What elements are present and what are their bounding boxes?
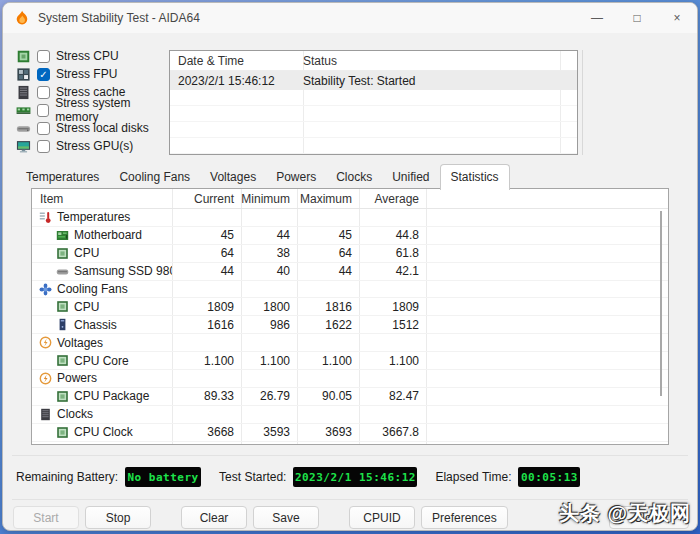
stat-item-row[interactable]: CPU Clock3668359336933667.8 [32, 424, 668, 442]
cache-icon [16, 85, 31, 100]
stat-item-cell: Motherboard [32, 228, 172, 242]
minimize-button[interactable]: — [577, 3, 617, 33]
log-datetime-cell: 2023/2/1 15:46:12 [170, 74, 303, 88]
stat-item-cell: CPU [32, 300, 172, 314]
checkbox-unchecked[interactable] [37, 50, 50, 63]
tab-unified[interactable]: Unified [382, 166, 439, 189]
tab-clocks[interactable]: Clocks [326, 166, 382, 189]
tab-powers[interactable]: Powers [266, 166, 326, 189]
log-row[interactable]: 2023/2/1 15:46:12Stability Test: Started [170, 71, 577, 90]
stress-option-row[interactable]: Stress CPU [16, 47, 168, 65]
stress-option-row[interactable]: Stress local disks [16, 119, 168, 137]
stress-option-label: Stress FPU [56, 67, 117, 81]
checkbox-checked[interactable]: ✓ [37, 68, 50, 81]
tab-temperatures[interactable]: Temperatures [16, 166, 109, 189]
temperature-icon [39, 211, 52, 224]
stat-column-header: Average [359, 192, 426, 206]
chassis-icon [56, 318, 69, 331]
status-lcd-value: 2023/2/1 15:46:12 [293, 467, 417, 487]
stat-item-cell: Voltages [32, 336, 172, 350]
stat-header-row: ItemCurrentMinimumMaximumAverage [32, 189, 668, 209]
stat-item-row[interactable]: CPU Core1.1001.1001.1001.100 [32, 352, 668, 370]
stat-item-cell: CPU Package [32, 389, 172, 403]
status-bar: Remaining Battery:No batteryTest Started… [16, 467, 687, 487]
checkbox-unchecked[interactable] [37, 104, 49, 117]
title-bar: System Stability Test - AIDA64 — □ × [3, 3, 697, 33]
log-column-header: Date & Time [170, 54, 303, 68]
stat-minimum-value: 40 [241, 264, 297, 278]
preferences-button[interactable]: Preferences [421, 506, 508, 529]
stat-group-row[interactable]: Cooling Fans [32, 281, 668, 299]
stat-minimum-value: 3593 [241, 425, 297, 439]
stat-maximum-value: 1.100 [297, 354, 359, 368]
stat-item-label: CPU Package [74, 389, 149, 403]
stat-item-row[interactable]: CPU1809180018161809 [32, 298, 668, 316]
status-lcd-value: 00:05:13 [518, 467, 580, 487]
stat-group-row[interactable]: Temperatures [32, 209, 668, 227]
stat-item-row[interactable]: CPU Package89.3326.7990.0582.47 [32, 388, 668, 406]
stat-average-value: 44.8 [359, 228, 426, 242]
status-group: Remaining Battery:No battery [16, 467, 201, 487]
stress-option-row[interactable]: Stress GPU(s) [16, 137, 168, 155]
stat-maximum-value: 90.05 [297, 389, 359, 403]
tab-statistics[interactable]: Statistics [440, 164, 510, 190]
clear-button[interactable]: Clear [181, 506, 247, 529]
log-right-separator [582, 50, 583, 155]
save-button[interactable]: Save [253, 506, 319, 529]
stress-option-label: Stress system memory [55, 96, 168, 124]
log-empty-row [170, 138, 577, 154]
flame-app-icon [14, 10, 30, 26]
log-rows: 2023/2/1 15:46:12Stability Test: Started [170, 71, 577, 154]
chip-icon [56, 390, 69, 403]
maximize-button[interactable]: □ [617, 3, 657, 33]
stat-group-row[interactable]: Voltages [32, 334, 668, 352]
window-title: System Stability Test - AIDA64 [38, 11, 200, 25]
chip-icon [56, 247, 69, 260]
stat-average-value: 82.47 [359, 389, 426, 403]
stat-minimum-value: 1800 [241, 300, 297, 314]
window-controls: — □ × [577, 3, 697, 33]
checkbox-unchecked[interactable] [37, 140, 50, 153]
tab-voltages[interactable]: Voltages [200, 166, 266, 189]
stat-item-row[interactable]: Chassis161698616221512 [32, 316, 668, 334]
stat-item-label: CPU [74, 246, 99, 260]
fan-icon [39, 283, 52, 296]
checkbox-unchecked[interactable] [37, 86, 50, 99]
stat-item-cell: Cooling Fans [32, 282, 172, 296]
stat-item-cell: Chassis [32, 318, 172, 332]
ssd-icon [56, 265, 69, 278]
stat-maximum-value: 3693 [297, 425, 359, 439]
cpuid-button[interactable]: CPUID [349, 506, 415, 529]
stat-average-value: 42.1 [359, 264, 426, 278]
stat-item-cell: Clocks [32, 407, 172, 421]
stat-item-label: Temperatures [57, 210, 130, 224]
stat-current-value: 89.33 [172, 389, 241, 403]
stat-item-row[interactable]: CPU64386461.8 [32, 245, 668, 263]
stat-item-label: CPU [74, 300, 99, 314]
checkbox-unchecked[interactable] [37, 122, 50, 135]
stat-group-row[interactable]: Powers [32, 370, 668, 388]
close-window-button[interactable]: × [657, 3, 697, 33]
log-header-row: Date & TimeStatus [170, 51, 577, 71]
stat-item-row[interactable] [32, 442, 668, 445]
chip-icon [56, 444, 69, 445]
stat-column-header: Minimum [241, 192, 297, 206]
stress-option-label: Stress GPU(s) [56, 139, 133, 153]
stop-button[interactable]: Stop [85, 506, 151, 529]
start-button[interactable]: Start [13, 506, 79, 529]
voltage-icon [39, 336, 52, 349]
stress-option-row[interactable]: Stress system memory [16, 101, 168, 119]
stats-scrollbar[interactable] [660, 211, 662, 396]
stat-current-value: 1616 [172, 318, 241, 332]
log-empty-row [170, 106, 577, 122]
stat-minimum-value: 26.79 [241, 389, 297, 403]
tab-cooling-fans[interactable]: Cooling Fans [109, 166, 200, 189]
stat-group-row[interactable]: Clocks [32, 406, 668, 424]
log-empty-row [170, 122, 577, 138]
stat-item-row[interactable]: Samsung SSD 980 PR...44404442.1 [32, 263, 668, 281]
log-column-header: Status [303, 54, 337, 68]
stress-option-row[interactable]: ✓Stress FPU [16, 65, 168, 83]
clocks-icon [39, 408, 52, 421]
stat-item-row[interactable]: Motherboard45444544.8 [32, 227, 668, 245]
stat-maximum-value: 1816 [297, 300, 359, 314]
